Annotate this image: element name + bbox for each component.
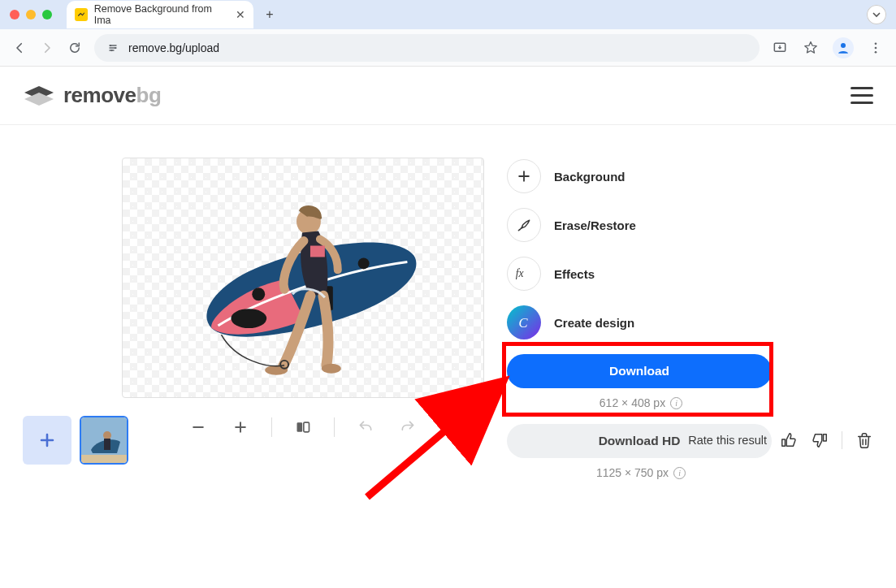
site-settings-icon[interactable] xyxy=(106,41,120,55)
bottom-bar: Rate this result xyxy=(23,416,873,465)
thumbs-down-button[interactable] xyxy=(811,431,829,449)
site-logo[interactable]: removebg xyxy=(23,83,161,108)
window-close-button[interactable] xyxy=(10,10,19,19)
svg-point-9 xyxy=(231,309,266,328)
canva-icon: C xyxy=(507,305,541,339)
svg-text:C: C xyxy=(519,315,529,331)
svg-text:fx: fx xyxy=(516,267,524,279)
site-header: removebg xyxy=(0,67,896,125)
toolbar-right xyxy=(771,37,885,58)
kebab-menu-icon[interactable] xyxy=(867,39,885,57)
svg-rect-25 xyxy=(104,439,110,450)
window-controls xyxy=(10,10,52,19)
thumbnails xyxy=(23,416,128,465)
tool-create-design-label: Create design xyxy=(554,316,634,330)
rate-section: Rate this result xyxy=(688,431,873,449)
svg-rect-23 xyxy=(81,455,128,465)
tool-erase-restore[interactable]: Erase/Restore xyxy=(507,208,775,242)
svg-point-10 xyxy=(252,288,265,300)
browser-tab-active[interactable]: Remove Background from Ima ✕ xyxy=(67,1,253,28)
page-content: removebg xyxy=(0,67,896,479)
image-canvas[interactable] xyxy=(122,158,484,398)
fx-icon: fx xyxy=(507,257,541,291)
svg-point-5 xyxy=(841,43,846,48)
svg-point-7 xyxy=(875,46,877,49)
download-hd-dimensions: 1125 × 750 px i xyxy=(507,466,775,479)
forward-button[interactable] xyxy=(39,40,55,56)
download-dimensions: 612 × 408 px i xyxy=(507,396,775,409)
logo-mark-icon xyxy=(23,84,55,107)
svg-point-1 xyxy=(110,44,111,45)
svg-point-6 xyxy=(875,42,877,45)
plus-icon xyxy=(507,159,541,193)
tab-title: Remove Background from Ima xyxy=(94,3,229,26)
info-icon[interactable]: i xyxy=(670,397,682,409)
window-minimize-button[interactable] xyxy=(26,10,36,19)
tab-close-icon[interactable]: ✕ xyxy=(236,8,245,21)
profile-avatar[interactable] xyxy=(833,37,854,58)
add-image-button[interactable] xyxy=(23,416,71,465)
address-bar[interactable]: remove.bg/upload xyxy=(94,34,760,62)
tool-effects[interactable]: fx Effects xyxy=(507,257,775,291)
thumbs-up-button[interactable] xyxy=(780,431,798,449)
window-maximize-button[interactable] xyxy=(42,10,52,19)
svg-point-3 xyxy=(110,49,112,50)
download-button[interactable]: Download xyxy=(507,354,772,388)
svg-point-24 xyxy=(103,431,111,439)
tool-background-label: Background xyxy=(554,170,625,184)
delete-button[interactable] xyxy=(855,431,873,449)
info-icon[interactable]: i xyxy=(673,467,686,479)
hamburger-menu-button[interactable] xyxy=(851,87,873,104)
back-button[interactable] xyxy=(11,40,28,56)
thumbnail-selected[interactable] xyxy=(80,416,128,465)
tool-effects-label: Effects xyxy=(554,267,595,281)
svg-point-11 xyxy=(358,257,370,269)
tab-favicon-icon xyxy=(75,8,88,21)
svg-point-2 xyxy=(115,46,116,48)
svg-point-15 xyxy=(322,364,341,374)
install-app-icon[interactable] xyxy=(771,39,789,57)
browser-tab-strip: Remove Background from Ima ✕ + xyxy=(0,0,896,29)
star-icon[interactable] xyxy=(802,39,820,57)
brush-icon xyxy=(507,208,541,242)
url-text: remove.bg/upload xyxy=(128,41,219,54)
tool-create-design[interactable]: C Create design xyxy=(507,305,775,339)
browser-toolbar: remove.bg/upload xyxy=(0,29,896,67)
logo-text: removebg xyxy=(63,83,161,108)
tabs-dropdown-button[interactable] xyxy=(867,5,886,24)
tool-background[interactable]: Background xyxy=(507,159,775,193)
svg-point-8 xyxy=(875,50,877,53)
download-button-label: Download xyxy=(609,364,669,378)
svg-point-14 xyxy=(265,365,288,375)
rate-label: Rate this result xyxy=(688,434,767,447)
tool-erase-restore-label: Erase/Restore xyxy=(554,218,636,232)
tab-list: Remove Background from Ima ✕ + xyxy=(67,0,281,29)
new-tab-button[interactable]: + xyxy=(258,3,281,26)
separator xyxy=(842,431,842,449)
reload-button[interactable] xyxy=(67,40,83,56)
